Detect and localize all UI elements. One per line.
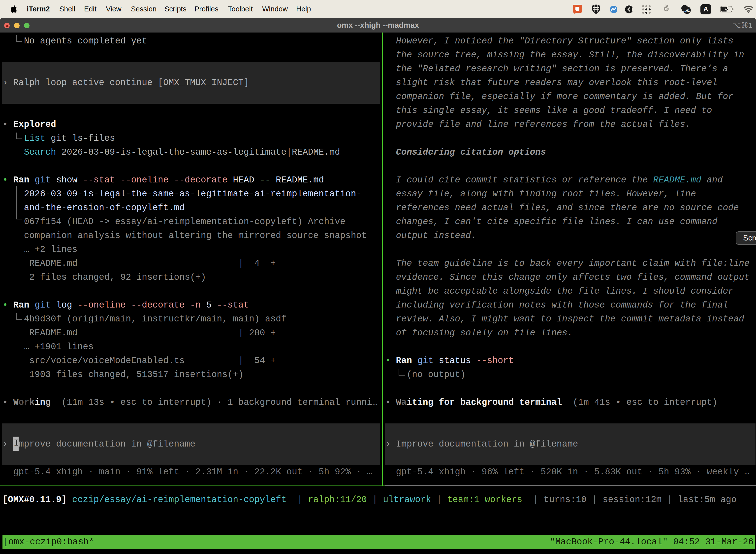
- svg-text:..61: ..61: [684, 9, 690, 12]
